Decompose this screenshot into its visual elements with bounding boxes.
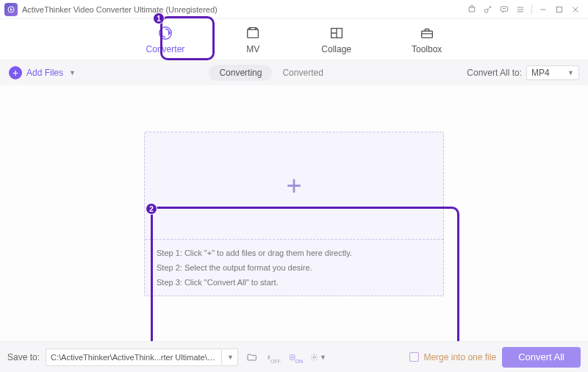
settings-button[interactable]: ▼ bbox=[310, 349, 326, 365]
dropzone-top[interactable]: + bbox=[145, 132, 443, 240]
svg-point-16 bbox=[313, 356, 315, 358]
merge-checkbox[interactable]: Merge into one file bbox=[409, 352, 496, 362]
save-path-field[interactable]: C:\ActiveThinker\ActiveThink...rter Ulti… bbox=[46, 348, 222, 366]
merge-label: Merge into one file bbox=[423, 352, 496, 362]
converter-icon bbox=[157, 25, 173, 41]
tab-collage-label: Collage bbox=[321, 44, 351, 54]
status-segment: Converting Converted bbox=[209, 65, 333, 81]
titlebar: ActiveThinker Video Converter Ultimate (… bbox=[0, 0, 588, 19]
seg-converting[interactable]: Converting bbox=[209, 65, 272, 81]
checkbox-icon bbox=[409, 352, 419, 362]
shop-icon[interactable] bbox=[464, 1, 480, 18]
app-logo-icon bbox=[4, 3, 18, 16]
tab-mv-label: MV bbox=[246, 44, 259, 54]
svg-marker-1 bbox=[10, 8, 12, 11]
dropzone-steps: Step 1: Click "+" to add files or drag t… bbox=[145, 240, 443, 296]
plus-icon: + bbox=[9, 66, 22, 79]
gpu-accel-button[interactable]: OFF bbox=[266, 349, 282, 365]
seg-converted[interactable]: Converted bbox=[272, 65, 333, 81]
tab-mv[interactable]: MV bbox=[240, 22, 265, 57]
tab-toolbox-label: Toolbox bbox=[412, 44, 442, 54]
tab-converter[interactable]: Converter bbox=[142, 22, 190, 57]
convert-all-to-label: Convert All to: bbox=[467, 68, 522, 78]
toolbar: + Add Files ▼ Converting Converted Conve… bbox=[0, 60, 588, 85]
svg-rect-11 bbox=[248, 29, 259, 37]
add-files-button[interactable]: + Add Files ▼ bbox=[9, 66, 76, 79]
svg-marker-9 bbox=[169, 32, 171, 35]
svg-point-5 bbox=[504, 8, 505, 9]
save-path-value: C:\ActiveThinker\ActiveThink...rter Ulti… bbox=[51, 353, 217, 362]
open-folder-button[interactable] bbox=[244, 349, 260, 365]
bottombar: Save to: C:\ActiveThinker\ActiveThink...… bbox=[0, 341, 588, 372]
badge-1: 1 bbox=[153, 12, 165, 24]
svg-point-6 bbox=[505, 8, 506, 9]
feedback-icon[interactable] bbox=[496, 1, 512, 18]
step-2: Step 2: Select the output format you des… bbox=[157, 263, 431, 272]
maximize-button[interactable] bbox=[551, 1, 567, 18]
high-speed-button[interactable]: ON bbox=[288, 349, 304, 365]
minimize-button[interactable] bbox=[535, 1, 551, 18]
main-nav: Converter MV Collage Toolbox bbox=[0, 19, 588, 60]
key-icon[interactable] bbox=[480, 1, 496, 18]
badge-2: 2 bbox=[146, 203, 157, 215]
main-area: + Step 1: Click "+" to add files or drag… bbox=[0, 85, 588, 343]
window-title: ActiveThinker Video Converter Ultimate (… bbox=[22, 5, 218, 14]
caret-down-icon: ▼ bbox=[69, 69, 76, 76]
svg-rect-13 bbox=[421, 31, 432, 37]
collage-icon bbox=[329, 25, 345, 41]
caret-down-icon: ▼ bbox=[567, 69, 574, 76]
dropzone-plus-icon[interactable]: + bbox=[286, 171, 301, 201]
format-select[interactable]: MP4 ▼ bbox=[526, 65, 579, 80]
svg-point-15 bbox=[291, 356, 293, 358]
svg-point-4 bbox=[503, 8, 503, 9]
mv-icon bbox=[245, 25, 261, 41]
format-value: MP4 bbox=[531, 68, 550, 78]
tab-toolbox[interactable]: Toolbox bbox=[407, 22, 446, 57]
save-to-label: Save to: bbox=[7, 352, 40, 362]
convert-all-button[interactable]: Convert All bbox=[502, 347, 581, 368]
svg-rect-7 bbox=[557, 7, 562, 12]
toolbox-icon bbox=[419, 25, 435, 41]
tab-converter-label: Converter bbox=[146, 44, 185, 54]
close-button[interactable] bbox=[567, 1, 584, 18]
svg-point-2 bbox=[484, 9, 488, 12]
dropzone[interactable]: + Step 1: Click "+" to add files or drag… bbox=[144, 132, 444, 296]
svg-marker-10 bbox=[161, 32, 162, 35]
menu-icon[interactable] bbox=[512, 1, 528, 18]
add-files-label: Add Files bbox=[26, 68, 63, 78]
step-3: Step 3: Click "Convert All" to start. bbox=[157, 278, 431, 287]
tab-collage[interactable]: Collage bbox=[317, 22, 356, 57]
save-path-dropdown[interactable]: ▼ bbox=[222, 348, 238, 366]
step-1: Step 1: Click "+" to add files or drag t… bbox=[157, 248, 431, 257]
convert-all-to: Convert All to: MP4 ▼ bbox=[467, 65, 579, 80]
svg-rect-14 bbox=[290, 354, 295, 360]
